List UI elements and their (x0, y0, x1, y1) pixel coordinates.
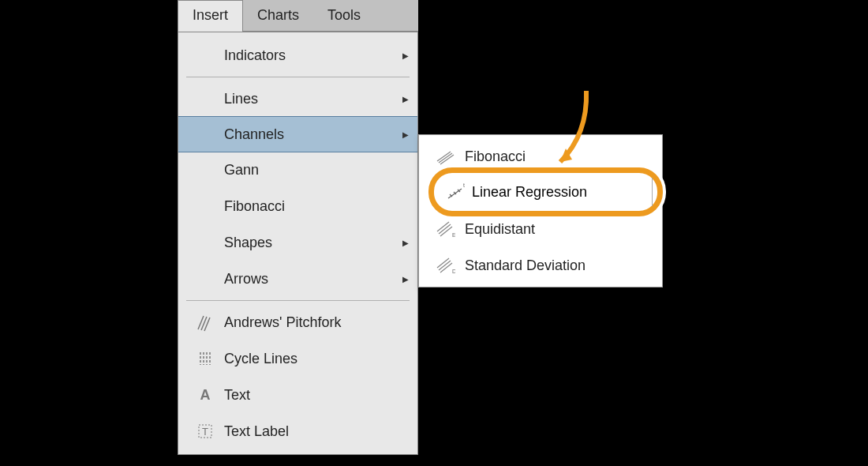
menu-fibonacci[interactable]: Fibonacci (178, 188, 417, 224)
svg-text:T: T (202, 426, 208, 438)
menu-label: Arrows (224, 271, 394, 287)
menu-label: Text (224, 387, 417, 404)
menu-label: Cycle Lines (224, 351, 417, 367)
submenu-standard-deviation[interactable]: D Standard Deviation (419, 247, 662, 284)
menu-label: Fibonacci (224, 198, 394, 215)
submenu-arrow-icon: ▶ (394, 130, 417, 139)
channel-e-icon: E (427, 220, 465, 239)
menu-label: Channels (224, 126, 394, 143)
menu-indicators[interactable]: Indicators ▶ (178, 37, 417, 73)
svg-text:D: D (452, 269, 455, 274)
submenu-label: Standard Deviation (465, 257, 586, 274)
menu-shapes[interactable]: Shapes ▶ (178, 224, 417, 261)
menubar-charts[interactable]: Charts (243, 0, 313, 31)
menu-label: Gann (224, 162, 394, 179)
diagonal-lines-icon (186, 313, 224, 332)
channel-d-icon: D (427, 256, 465, 275)
svg-text:t: t (463, 182, 465, 188)
menu-label: Shapes (224, 235, 394, 251)
menubar-insert[interactable]: Insert (178, 0, 243, 31)
menu-cycle-lines[interactable]: Cycle Lines (178, 340, 417, 377)
menubar: Insert Charts Tools (178, 0, 418, 32)
vertical-lines-icon (186, 349, 224, 368)
callout-label: Linear Regression (472, 184, 587, 201)
menu-label: Text Label (224, 423, 417, 440)
menu-text[interactable]: A Text (178, 377, 417, 413)
submenu-label: Equidistant (465, 221, 535, 238)
menu-separator (186, 77, 410, 77)
letter-a-icon: A (186, 385, 224, 404)
menubar-tools[interactable]: Tools (313, 0, 375, 31)
submenu-arrow-icon: ▶ (394, 275, 417, 284)
regression-icon: t (439, 182, 472, 201)
svg-text:E: E (452, 232, 455, 238)
channel-lines-icon (427, 147, 465, 166)
submenu-arrow-icon: ▶ (394, 239, 417, 247)
submenu-arrow-icon: ▶ (394, 51, 417, 60)
menu-label: Indicators (224, 47, 394, 64)
callout-arrow-icon (501, 87, 596, 178)
menu-channels[interactable]: Channels ▶ (178, 116, 417, 152)
menu-lines[interactable]: Lines ▶ (178, 81, 417, 117)
svg-text:A: A (200, 387, 211, 403)
boxed-t-icon: T (186, 422, 224, 441)
menu-text-label[interactable]: T Text Label (178, 413, 417, 449)
menu-label: Lines (224, 91, 394, 107)
menu-label: Andrews' Pitchfork (224, 314, 417, 331)
menu-andrews-pitchfork[interactable]: Andrews' Pitchfork (178, 304, 417, 340)
insert-dropdown: Indicators ▶ Lines ▶ Channels ▶ Gann Fib… (178, 32, 418, 455)
menu-separator (186, 300, 410, 301)
menu-gann[interactable]: Gann (178, 152, 417, 188)
submenu-arrow-icon: ▶ (394, 95, 417, 103)
menu-arrows[interactable]: Arrows ▶ (178, 261, 417, 297)
